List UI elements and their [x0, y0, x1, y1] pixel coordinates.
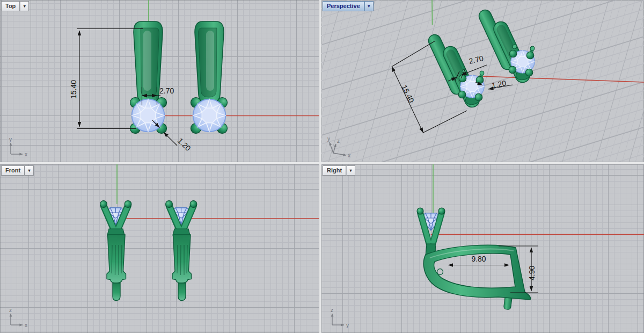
chevron-down-icon: ▾ [28, 167, 31, 175]
axis-indicator: y x [4, 136, 29, 159]
viewport-tab-right[interactable]: Right ▾ [323, 165, 355, 176]
dim-text: 2.70 [159, 86, 174, 95]
cad-four-viewport-workspace: 15.40 2.70 1.20 Top ▾ y x [0, 0, 644, 333]
axis-indicator: z y [326, 307, 350, 330]
y-axis-line [432, 0, 433, 25]
chevron-down-icon: ▾ [350, 167, 352, 175]
viewport-title[interactable]: Right [323, 165, 346, 176]
dim-text: 9.80 [471, 255, 486, 263]
viewport-tab-top[interactable]: Top ▾ [1, 1, 29, 11]
axis-label-horizontal: x [25, 322, 27, 328]
prong [458, 91, 466, 98]
earring-model-perspective[interactable] [427, 33, 484, 110]
viewport-menu-button[interactable]: ▾ [20, 1, 29, 11]
chevron-down-icon: ▾ [368, 3, 370, 10]
prong [417, 208, 423, 214]
dim-text: 1.20 [491, 78, 507, 90]
top-view-scene: 15.40 2.70 1.20 [0, 0, 319, 162]
viewport-tab-front[interactable]: Front ▾ [1, 165, 34, 176]
perspective-view-scene: 15.40 2.70 1.20 [321, 0, 644, 162]
prong [476, 76, 484, 84]
axis-label-x: x [348, 153, 350, 158]
viewport-menu-button[interactable]: ▾ [364, 1, 374, 11]
axis-label-z: z [337, 138, 340, 144]
prong [125, 201, 131, 208]
earring-model-perspective-second[interactable] [477, 8, 535, 85]
dim-text: 2.70 [468, 54, 484, 66]
prong [475, 93, 482, 101]
viewport-title[interactable]: Front [1, 165, 25, 176]
axis-label-horizontal: x [25, 151, 27, 157]
viewport-title[interactable]: Top [1, 1, 20, 11]
prong [438, 208, 445, 214]
axis-label-y: y [327, 136, 330, 142]
prong [459, 75, 466, 82]
viewport-title[interactable]: Perspective [323, 1, 364, 11]
viewport-menu-button[interactable]: ▾ [346, 165, 355, 176]
viewport-right[interactable]: 9.80 4.90 Right ▾ z y [321, 164, 644, 333]
viewport-tab-perspective[interactable]: Perspective ▾ [323, 1, 374, 11]
dim-text: 4.90 [528, 266, 536, 280]
clip-hole [437, 269, 443, 275]
gem [132, 99, 165, 132]
right-view-scene: 9.80 4.90 [321, 164, 644, 333]
dim-text: 15.40 [69, 80, 78, 99]
chevron-down-icon: ▾ [24, 3, 26, 10]
axis-label-horizontal: y [346, 322, 349, 328]
axis-indicator: z x [4, 307, 29, 330]
earring-model-front-view-second[interactable] [166, 201, 197, 301]
dim-text: 15.40 [400, 83, 416, 104]
dim-text: 1.20 [176, 136, 193, 153]
earring-model-top-view[interactable] [130, 21, 167, 134]
earring-model-front-view[interactable] [100, 201, 131, 301]
axis-label-vertical: z [331, 307, 333, 313]
viewport-front[interactable]: Front ▾ z x [0, 164, 319, 333]
axis-indicator: y z x [326, 135, 352, 159]
front-view-scene [0, 164, 319, 333]
earring-model-top-view-mirrored[interactable] [191, 21, 228, 134]
viewport-top[interactable]: 15.40 2.70 1.20 Top ▾ y x [0, 0, 319, 162]
axis-label-vertical: y [9, 136, 12, 142]
prong [100, 201, 107, 208]
viewport-perspective[interactable]: 15.40 2.70 1.20 Perspective ▾ y [321, 0, 644, 162]
axis-label-vertical: z [9, 307, 12, 313]
viewport-menu-button[interactable]: ▾ [25, 165, 34, 176]
